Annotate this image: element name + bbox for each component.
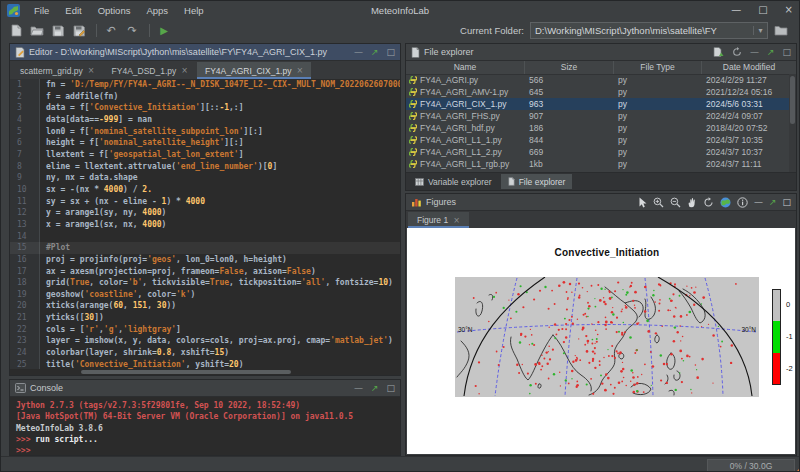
scrollbar-thumb[interactable] [81, 370, 291, 374]
line-number: 22 [10, 324, 40, 336]
open-file-button[interactable] [28, 22, 46, 39]
main-toolbar: ↶ ↷ ▶ Current Folder: D:\Working\MIScrip… [1, 19, 799, 42]
figure-tab[interactable]: Figure 1 × [408, 212, 469, 228]
line-number: 23 [10, 335, 40, 347]
save-button[interactable] [49, 22, 67, 39]
rotate-tool-icon[interactable] [703, 197, 714, 208]
console-line: MeteoInfoLab 3.8.6 [16, 423, 400, 434]
file-table-header[interactable]: NameSizeFile TypeDate Modified [406, 61, 796, 75]
file-explorer-title: File explorer [424, 47, 474, 57]
figure-plot-title: Convective_Initiation [455, 247, 759, 258]
console-output[interactable]: Jython 2.7.3 (tags/v2.7.3:5f29801fe, Sep… [10, 397, 400, 455]
python-file-icon [409, 76, 417, 84]
panel-maximize-icon[interactable]: □ [386, 383, 395, 393]
panel-minimize-icon[interactable]: — [354, 47, 363, 57]
zoom-out-tool-icon[interactable] [670, 197, 681, 208]
explorer-tab-bar: Variable explorer File explorer [406, 172, 796, 190]
column-header-file-type[interactable]: File Type [614, 61, 702, 74]
file-row[interactable]: FY4A_AGRI_hdf.py186py2018/4/20 07:52 [406, 122, 789, 134]
panel-maximize-icon[interactable]: □ [782, 197, 791, 207]
globe-tool-icon[interactable] [720, 197, 731, 208]
panel-maximize-icon[interactable]: □ [782, 47, 791, 57]
editor-tab[interactable]: FY4A_AGRI_CIX_1.py× [197, 62, 311, 79]
folder-icon [774, 25, 788, 36]
pan-hand-tool-icon[interactable] [687, 197, 697, 208]
code-line: 15#Plot [10, 242, 400, 254]
run-script-button[interactable]: ▶ [155, 22, 173, 39]
editor-tab[interactable]: scatterm_grid.py× [12, 62, 103, 79]
code-line: 22cols = ['r','g','lightgray'] [10, 324, 400, 336]
colorbar-tick: -1 [786, 332, 793, 341]
code-line: 17ax = axesm(projection=proj, frameon=Fa… [10, 266, 400, 278]
panel-minimize-icon[interactable]: — [750, 47, 759, 57]
column-header-size[interactable]: Size [525, 61, 614, 74]
panel-minimize-icon[interactable]: — [354, 383, 363, 393]
editor-tab[interactable]: FY4A_DSD_1.py× [104, 62, 196, 79]
colorbar-tick: 0 [786, 300, 790, 309]
scrollbar-thumb[interactable] [790, 76, 795, 124]
colorbar-tick: -2 [786, 364, 793, 373]
dropdown-arrow-icon[interactable]: ▾ [753, 26, 767, 35]
window-close-button[interactable]: × [785, 5, 793, 15]
file-explorer-title-bar: File explorer — ↗ □ [406, 44, 796, 61]
file-row[interactable]: FY4A_AGRI_L1_rgb.py1kbpy2024/3/7 11:11 [406, 158, 789, 170]
panel-external-icon[interactable]: ↗ [767, 47, 775, 57]
editor-horizontal-scrollbar[interactable] [41, 370, 398, 374]
menu-edit[interactable]: Edit [65, 5, 81, 16]
python-file-icon [409, 112, 417, 120]
memory-usage-indicator[interactable]: 0% / 30.0G [707, 459, 795, 472]
variable-explorer-icon [415, 178, 424, 186]
figure-canvas[interactable]: Convective_Initiation [407, 228, 795, 454]
menu-help[interactable]: Help [184, 5, 204, 16]
code-line: 4data[data==-999] = nan [10, 114, 400, 126]
file-explorer-icon [411, 47, 420, 58]
redo-button[interactable]: ↷ [123, 22, 141, 39]
pointer-tool-icon[interactable] [638, 197, 647, 208]
file-row[interactable]: FY4A_AGRI_FHS.py907py2024/2/4 09:07 [406, 110, 789, 122]
file-row[interactable]: FY4A_AGRI_L1_2.py669py2024/3/7 10:37 [406, 146, 789, 158]
menu-apps[interactable]: Apps [146, 5, 168, 16]
new-file-button[interactable] [7, 22, 25, 39]
file-row[interactable]: FY4A_AGRI.py566py2024/2/29 11:27 [406, 74, 789, 86]
close-tab-icon[interactable]: × [88, 66, 95, 75]
file-row[interactable]: FY4A_AGRI_CIX_1.py963py2024/5/6 03:31 [406, 98, 789, 110]
menu-options[interactable]: Options [98, 5, 131, 16]
file-explorer-panel: File explorer — ↗ □ NameSizeFile TypeDat… [405, 43, 797, 191]
code-line: 13x = arange1(sx, nx, 4000) [10, 219, 400, 231]
info-tool-icon[interactable] [737, 197, 748, 208]
column-header-date-modified[interactable]: Date Modified [702, 61, 796, 74]
file-row[interactable]: FY4A_AGRI_AMV-1.py645py2021/12/24 05:16 [406, 86, 789, 98]
editor-title: Editor - D:\Working\MIScript\Jython\mis\… [29, 47, 327, 57]
undo-button[interactable]: ↶ [102, 22, 120, 39]
close-tab-icon[interactable]: × [453, 216, 460, 225]
close-tab-icon[interactable]: × [296, 66, 303, 75]
panel-minimize-icon[interactable]: — [754, 197, 763, 207]
file-list-scrollbar[interactable] [789, 74, 796, 173]
panel-external-icon[interactable]: ↗ [371, 383, 379, 393]
figures-panel: Figures [405, 193, 797, 456]
open-in-editor-icon[interactable] [713, 47, 724, 57]
code-editor[interactable]: 1fn = 'D:/Temp/FY/FY4A-_AGRI--_N_DISK_10… [10, 79, 400, 369]
zoom-in-tool-icon[interactable] [653, 197, 664, 208]
save-as-button[interactable] [70, 22, 88, 39]
panel-external-icon[interactable]: ↗ [371, 47, 379, 57]
file-row[interactable]: FY4A_AGRI_L1_1.py844py2024/3/7 10:35 [406, 134, 789, 146]
code-line: 8eline = llextent.attrvalue('end_line_nu… [10, 161, 400, 173]
line-number: 1 [10, 79, 40, 91]
panel-external-icon[interactable]: ↗ [769, 197, 777, 207]
panel-maximize-icon[interactable]: □ [386, 47, 395, 57]
explorer-tab-file-explorer[interactable]: File explorer [501, 174, 573, 189]
code-line: 16proj = projinfo(proj='geos', lon_0=lon… [10, 254, 400, 266]
line-number: 2 [10, 91, 40, 103]
refresh-icon[interactable] [732, 47, 742, 57]
menu-file[interactable]: File [34, 5, 49, 16]
code-line: 12y = arange1(sy, ny, 4000) [10, 207, 400, 219]
explorer-tab-variable-explorer[interactable]: Variable explorer [408, 174, 499, 189]
window-minimize-button[interactable]: — [731, 5, 741, 15]
current-folder-combobox[interactable]: D:\Working\MIScript\Jython\mis\satellite… [530, 22, 768, 39]
close-tab-icon[interactable]: × [181, 66, 188, 75]
column-header-name[interactable]: Name [406, 61, 525, 74]
python-file-icon [409, 148, 417, 156]
browse-folder-button[interactable] [772, 22, 790, 39]
window-maximize-button[interactable]: □ [758, 5, 767, 15]
